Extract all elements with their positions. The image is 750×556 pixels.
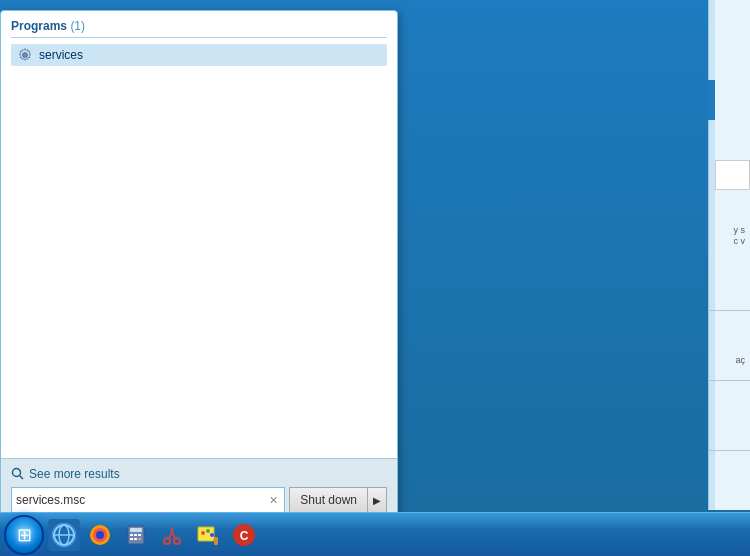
search-icon xyxy=(11,467,25,481)
svg-point-27 xyxy=(210,533,214,537)
ccleaner-icon: C xyxy=(230,521,258,549)
menu-content: Programs (1) services xyxy=(1,11,397,458)
programs-label: Programs xyxy=(11,19,67,33)
svg-rect-15 xyxy=(138,534,141,536)
start-orb-button[interactable]: ⊞ xyxy=(4,515,44,555)
svg-rect-28 xyxy=(214,537,218,545)
shutdown-arrow-button[interactable]: ▶ xyxy=(367,487,387,513)
right-panel-text: y s c v xyxy=(733,225,745,247)
start-menu: Programs (1) services See more results xyxy=(0,10,398,520)
search-input-row: ✕ Shut down ▶ xyxy=(11,487,387,513)
divider-line xyxy=(708,450,750,451)
menu-footer: See more results ✕ Shut down ▶ xyxy=(1,458,397,519)
ie-taskbar-icon[interactable] xyxy=(48,519,80,551)
background-panel xyxy=(708,0,750,510)
ie-icon xyxy=(50,521,78,549)
firefox-taskbar-icon[interactable] xyxy=(84,519,116,551)
calculator-icon xyxy=(122,521,150,549)
shutdown-container: Shut down ▶ xyxy=(289,487,387,513)
svg-rect-12 xyxy=(130,528,142,532)
svg-line-3 xyxy=(20,476,24,480)
ccleaner-taskbar-icon[interactable]: C xyxy=(228,519,260,551)
divider-line xyxy=(708,380,750,381)
svg-point-2 xyxy=(13,469,21,477)
search-input[interactable] xyxy=(16,493,267,507)
paint-icon xyxy=(194,521,222,549)
programs-header: Programs (1) xyxy=(11,19,387,38)
svg-line-22 xyxy=(172,531,175,539)
svg-rect-16 xyxy=(130,538,133,540)
svg-rect-13 xyxy=(130,534,133,536)
svg-rect-17 xyxy=(134,538,137,540)
see-more-results-link[interactable]: See more results xyxy=(11,465,387,487)
white-strip xyxy=(715,160,750,190)
svg-point-25 xyxy=(201,531,205,535)
search-result-services[interactable]: services xyxy=(11,44,387,66)
services-icon xyxy=(17,47,33,63)
taskbar: ⊞ xyxy=(0,512,750,556)
svg-rect-18 xyxy=(138,538,141,540)
clear-button[interactable]: ✕ xyxy=(267,495,280,506)
svg-point-26 xyxy=(206,529,210,533)
arrow-label: ▶ xyxy=(373,495,381,506)
search-input-container: ✕ xyxy=(11,487,285,513)
divider-line xyxy=(708,310,750,311)
snipping-taskbar-icon[interactable] xyxy=(156,519,188,551)
services-label: services xyxy=(39,48,83,62)
svg-point-10 xyxy=(96,531,104,539)
svg-rect-14 xyxy=(134,534,137,536)
paint-taskbar-icon[interactable] xyxy=(192,519,224,551)
blue-accent-bar xyxy=(707,80,715,120)
shutdown-button[interactable]: Shut down xyxy=(289,487,367,513)
right-panel-text2: aç xyxy=(735,355,745,365)
svg-point-1 xyxy=(23,53,27,57)
firefox-icon xyxy=(86,521,114,549)
calculator-taskbar-icon[interactable] xyxy=(120,519,152,551)
programs-count: (1) xyxy=(70,19,85,33)
see-more-text: See more results xyxy=(29,467,120,481)
svg-text:C: C xyxy=(240,529,249,543)
windows-logo: ⊞ xyxy=(17,524,32,546)
scissors-icon xyxy=(158,521,186,549)
